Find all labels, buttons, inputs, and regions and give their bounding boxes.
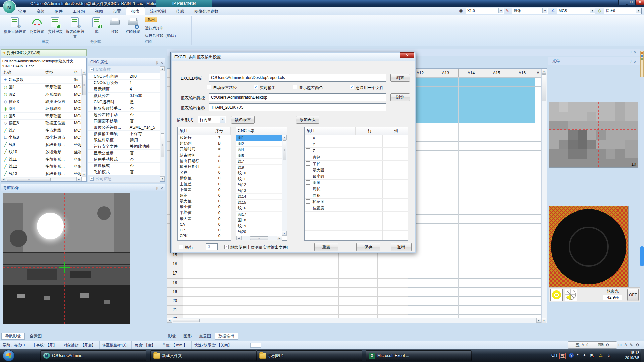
tab-4[interactable]: 数据输出 xyxy=(215,333,238,340)
tab-2[interactable]: 图形 xyxy=(180,333,195,339)
property-row[interactable]: 限位对话框禁用 xyxy=(88,137,160,143)
dialog-checkbox-3[interactable] xyxy=(293,85,297,89)
lang-bar-icon-4[interactable]: ⋯ xyxy=(592,343,596,347)
property-row[interactable]: 抓取失败转手...否 xyxy=(88,105,160,112)
table-row[interactable]: ◇摆正6取摆正位置MCS xyxy=(1,120,82,127)
property-row[interactable]: 超公差转手动否 xyxy=(88,112,160,118)
taskbar-button-1[interactable]: MC:\Users\Admini... xyxy=(40,350,146,361)
property-row[interactable]: 形位公差评价...ASME_Y14_5 xyxy=(88,124,160,131)
lang-bar-icon-2[interactable]: A xyxy=(582,343,584,347)
dialog-close-button[interactable]: ✕ xyxy=(400,52,414,58)
pen-icon[interactable]: ✎ xyxy=(505,8,509,13)
report-item-row[interactable]: 名称0 xyxy=(178,170,231,175)
cnc-element-row[interactable]: 圆1 xyxy=(236,135,282,141)
maximize-button[interactable]: ▢ xyxy=(627,0,636,5)
report-item-row[interactable]: 起始行7 xyxy=(178,135,231,141)
row-header[interactable]: 20 xyxy=(167,296,183,305)
row-header[interactable]: 18 xyxy=(167,278,183,287)
column-header[interactable]: A14 xyxy=(459,69,484,77)
report-item-row[interactable]: 输出日期行0 xyxy=(178,158,231,164)
browse-output-button[interactable]: 浏览 xyxy=(390,93,410,101)
cnc-element-row[interactable]: 圆18 xyxy=(236,217,282,223)
tab-3[interactable]: 点云图 xyxy=(195,333,215,339)
collapsed-panel-strip[interactable] xyxy=(640,49,644,339)
column-header[interactable]: A13 xyxy=(433,69,459,77)
field-checkbox[interactable] xyxy=(306,174,310,178)
output-field-row[interactable]: 面积 xyxy=(305,192,408,199)
report-output-settings-button[interactable]: ⚙ 报表输出设置 xyxy=(64,17,86,39)
pin-icon[interactable]: 卩 xyxy=(155,61,158,65)
cnc-element-row[interactable]: 线15 xyxy=(236,200,282,206)
network-icon[interactable]: ⚑✕ xyxy=(590,353,593,358)
print-button[interactable]: 打印 xyxy=(107,17,122,34)
quick-access-arrow-icon[interactable]: ▾ xyxy=(43,1,48,6)
taskbar-button-3[interactable]: 示例图片 xyxy=(256,350,362,361)
ip-parameter-tab[interactable]: IP Parameter xyxy=(156,0,212,7)
table-row[interactable]: ╱线9多段矩形...坐标8 xyxy=(1,141,82,149)
column-header[interactable]: A15 xyxy=(484,69,509,77)
table-row[interactable]: ╱线7多点构线MCS xyxy=(1,127,82,134)
wrap-checkbox[interactable] xyxy=(179,245,183,249)
property-row[interactable]: 显示精度4 xyxy=(88,86,160,93)
tolerance-settings-button[interactable]: 公差设置 xyxy=(28,17,46,34)
output-field-row[interactable]: 最小圆 xyxy=(305,173,408,180)
cnc-element-row[interactable]: 线14 xyxy=(236,194,282,200)
cnc-elements-list[interactable]: CNC元素 圆1圆2圆4圆5线7线9线10线11线12线13线14线15线16圆… xyxy=(236,127,287,241)
start-button[interactable] xyxy=(3,350,15,361)
output-form-select[interactable]: 行向量▾ xyxy=(198,116,226,123)
ring-light-button[interactable] xyxy=(550,289,563,301)
add-header-button[interactable]: 添加表头 xyxy=(296,116,319,124)
alignment-select[interactable]: 摆正6▾ xyxy=(604,8,642,14)
reset-button[interactable]: 重置 xyxy=(314,243,338,251)
field-checkbox[interactable] xyxy=(306,155,310,159)
table-row[interactable]: ◇摆正3取摆正位置MCS xyxy=(1,98,82,106)
sheet-top-columns[interactable]: A12A13A14A15A16A xyxy=(408,69,541,323)
image-select[interactable]: 影像▾ xyxy=(512,8,548,14)
cnc-element-row[interactable]: 线7 xyxy=(236,159,282,165)
close-icon[interactable]: ✕ xyxy=(160,186,163,190)
output-field-row[interactable]: Z xyxy=(305,148,408,154)
sheet-horiz-scrollbar[interactable]: ◀ ≡ ▶ xyxy=(167,318,541,323)
cnc-element-row[interactable]: 圆4 xyxy=(236,147,282,153)
window-switch-icon[interactable]: ▾ xyxy=(577,353,579,356)
output-field-row[interactable]: 半径 xyxy=(305,161,408,167)
light-off-button[interactable]: OFF xyxy=(627,289,639,301)
menu-tab-5[interactable]: 视图 xyxy=(90,7,108,15)
scroll-thumb-blue[interactable] xyxy=(640,246,644,266)
polygon-icon[interactable]: ◇ xyxy=(598,8,601,13)
report-item-row[interactable]: 最大值0 xyxy=(178,198,231,204)
output-field-row[interactable]: Y xyxy=(305,141,408,148)
language-bar[interactable]: 五A☾⋯⌨⚙ xyxy=(568,341,617,349)
cnc-element-row[interactable]: 线11 xyxy=(236,176,282,182)
report-item-row[interactable]: CP0 xyxy=(178,227,231,233)
field-checkbox[interactable] xyxy=(306,187,310,191)
output-field-row[interactable]: 直径 xyxy=(305,154,408,161)
zoom-select[interactable]: X1.0▾ xyxy=(466,8,504,14)
status-tool-icon-1[interactable]: ⊞ xyxy=(618,343,622,347)
output-field-row[interactable]: 最大圆 xyxy=(305,167,408,173)
wrap-count-input[interactable]: 0 xyxy=(206,243,218,250)
report-item-row[interactable]: 最大差0 xyxy=(178,216,231,222)
volume-muted-icon[interactable]: ♪✕ xyxy=(608,353,610,358)
report-item-row[interactable]: 最小值0 xyxy=(178,204,231,210)
sheet-column-headers[interactable]: A12A13A14A15A16A xyxy=(408,69,541,77)
output-field-row[interactable]: 位置度 xyxy=(305,205,408,212)
menu-tab-1[interactable]: 常用 xyxy=(13,7,32,15)
field-checkbox[interactable] xyxy=(306,180,310,185)
field-checkbox[interactable] xyxy=(306,168,310,172)
help-tray-icon[interactable]: ? xyxy=(569,353,574,358)
tab-panorama[interactable]: 全景图 xyxy=(26,333,45,339)
print-disable-button[interactable]: 禁用 xyxy=(145,17,157,22)
ime-icon[interactable]: 五 xyxy=(559,353,566,359)
menu-tab-4[interactable]: 工具箱 xyxy=(68,7,90,15)
table-row[interactable]: ◎圆5环形取圆MCS xyxy=(1,113,82,120)
property-row[interactable]: CNC运行时...是 xyxy=(88,99,160,105)
table-row[interactable]: ╱线11多段矩形...坐标8 xyxy=(1,156,82,163)
table-row[interactable]: ╱线12多段矩形...坐标8 xyxy=(1,163,82,170)
elements-vertical-scrollbar[interactable]: ▲ ≡ ▼ xyxy=(282,135,287,236)
data-filter-settings-button[interactable]: ⚙ 数据过滤设置 xyxy=(3,17,27,34)
report-item-row[interactable]: 超差0 xyxy=(178,193,231,198)
print-after-run-confirm-button[interactable]: 运行后打印（确认） xyxy=(145,33,178,38)
show-hidden-icons[interactable]: ▲ xyxy=(583,353,586,356)
report-item-row[interactable]: 下偏差0 xyxy=(178,187,231,193)
